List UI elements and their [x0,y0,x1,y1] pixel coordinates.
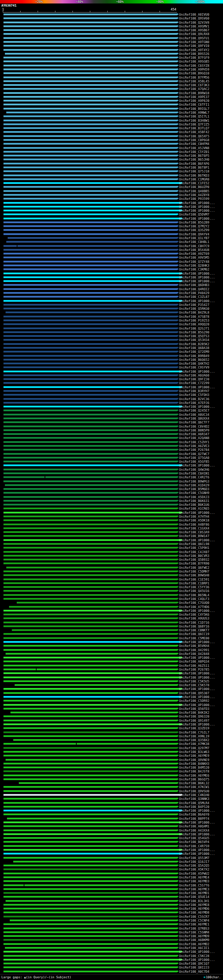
hit-row[interactable]: UniRef100_A9T4Y2 [0,48,223,52]
alignment-bar[interactable] [3,256,177,258]
hit-row[interactable]: UniRef100_C5FDH3 [0,393,223,397]
hit-label[interactable]: UniRef100_B0CVR3 [179,554,209,558]
hit-label[interactable]: UniRef100_A5BL45 [179,80,209,83]
hit-label[interactable]: UniRef100_A9SGB5 [179,60,209,63]
hit-row[interactable]: UniRef100_B65VP4 [0,840,223,844]
hit-row[interactable]: UniRef100_A6ZS11 [0,663,223,667]
alignment-bar[interactable] [3,402,177,404]
alignment-bar[interactable] [3,29,177,31]
hit-row[interactable]: UniRef100_B7FGF9 [0,56,223,59]
hit-row[interactable]: UniRef100_A5PWU2 [0,872,223,875]
alignment-bar[interactable] [3,688,181,690]
hit-row[interactable]: UniRef100_A1D429 [0,483,223,487]
hit-row[interactable]: UniRef100_Q0UXX4 [0,417,223,420]
hit-label[interactable]: UniRef100_A7QAC2 [179,87,209,91]
hit-label[interactable]: UniRef100_A5BF42 [179,130,209,134]
hit-row[interactable]: UniRef100_B3TLQ7 [0,126,223,130]
hit-label[interactable]: UniRef100_A5DXJ3 [179,495,209,499]
hit-row[interactable]: UniRef100_A9QQ20 [0,322,223,326]
hit-label[interactable]: UniRef100_UP1000... [179,676,215,679]
hit-row[interactable]: UniRef100_UP1000... [0,272,223,275]
alignment-bar[interactable] [3,398,177,400]
hit-row[interactable]: UniRef100_UP1000... [0,609,223,612]
hit-row[interactable]: UniRef100_A6YMD2 [0,942,223,946]
hit-label[interactable]: UniRef100_Q9FVI0 [179,44,209,48]
hit-row[interactable]: UniRef100_C5DR92 [0,699,223,703]
hit-label[interactable]: UniRef100_Q75GA0 [179,456,209,460]
hit-row[interactable]: UniRef100_UP1000... [0,950,223,954]
hit-label[interactable]: UniRef100_C5CNP4 [179,919,209,922]
hit-row[interactable]: UniRef100_C1BRP1 [0,581,223,585]
hit-label[interactable]: UniRef100_UP1000... [179,671,215,675]
alignment-bar[interactable] [3,527,177,529]
hit-row[interactable]: UniRef100_UP1000... [0,511,223,514]
alignment-bar[interactable] [3,175,177,176]
hit-row[interactable]: UniRef100_A9P8J0 [0,99,223,103]
alignment-bar[interactable] [3,966,177,968]
hit-row[interactable]: UniRef100_Q4REE2 [0,287,223,291]
hit-row[interactable]: UniRef100_UP1000... [0,687,223,691]
hit-row[interactable]: UniRef100_O42991 [0,648,223,652]
alignment-bar[interactable] [3,461,177,462]
hit-label[interactable]: UniRef100_B4Z9L8 [179,311,209,314]
hit-row[interactable]: UniRef100_Q9VNE9 [0,758,223,762]
hit-label[interactable]: UniRef100_A43XX4 [179,829,209,832]
hit-label[interactable]: UniRef100_B5VKH4 [179,644,209,648]
hit-label[interactable]: UniRef100_C5DR92 [179,699,209,703]
hit-label[interactable]: UniRef100_UP1000... [179,385,215,389]
alignment-bar[interactable] [3,633,177,635]
alignment-bar[interactable] [3,414,177,415]
hit-row[interactable]: UniRef100_Q5QTS3 [0,334,223,338]
hit-label[interactable]: UniRef100_Q4REE2 [179,288,209,291]
hit-row[interactable]: UniRef100_C3KM62 [0,267,223,271]
hit-row[interactable]: UniRef100_Q245E7 [0,409,223,412]
alignment-bar[interactable] [3,25,177,27]
hit-label[interactable]: UniRef100_B6UZP0 [179,185,209,189]
alignment-bar[interactable] [3,233,177,235]
hit-label[interactable]: UniRef100_UP1000... [179,276,215,279]
alignment-bar[interactable] [3,586,177,588]
alignment-bar[interactable] [3,437,177,439]
hit-row[interactable]: UniRef100_C5YY36 [0,585,223,589]
hit-row[interactable]: UniRef100_A6YMD1 [0,891,223,895]
hit-row[interactable]: UniRef100_Q96320 [0,714,223,718]
hit-row[interactable]: UniRef100_B3LW63 [0,750,223,754]
alignment-bar[interactable] [3,155,177,156]
alignment-bar[interactable] [3,225,177,227]
hit-row[interactable]: UniRef100_C0NKT7 [0,628,223,632]
alignment-bar[interactable] [3,500,177,502]
alignment-bar[interactable] [3,476,177,478]
hit-label[interactable]: UniRef100_UP1000... [179,464,215,467]
hit-row[interactable]: UniRef100_C4R7S9 [0,844,223,848]
hit-label[interactable]: UniRef100_A9T4Y2 [179,48,209,52]
hit-label[interactable]: UniRef100_C5S7T6 [179,884,209,887]
hit-row[interactable]: UniRef100_B4Z9L8 [0,310,223,314]
alignment-bar[interactable] [3,598,177,600]
alignment-bar[interactable] [3,955,177,957]
hit-row[interactable]: UniRef100_A6YME3 [0,887,223,891]
hit-label[interactable]: UniRef100_Q35BX2 [179,738,209,742]
hit-label[interactable]: UniRef100_A6YME1 [179,923,209,926]
hit-label[interactable]: UniRef100_A6YME8 [179,903,209,907]
hit-label[interactable]: UniRef100_C5K5U5 [179,679,209,683]
hit-label[interactable]: UniRef100_A7SB78 [179,315,209,318]
hit-label[interactable]: UniRef100_A6BKM9 [179,938,209,942]
hit-label[interactable]: UniRef100_A9TGN0 [179,40,209,44]
hit-row[interactable]: UniRef100_B9GQ10 [0,71,223,75]
alignment-bar[interactable] [3,680,177,682]
hit-row[interactable]: UniRef100_B5X4U8 [0,248,223,252]
hit-row[interactable]: UniRef100_C3ZL87 [0,295,223,299]
hit-label[interactable]: UniRef100_C7GIL7 [179,731,209,734]
hit-row[interactable]: UniRef100_A9V5M5 [0,256,223,259]
hit-label[interactable]: UniRef100_C6H1N1 [179,472,209,475]
hit-row[interactable]: UniRef100_Q7ZY48 [0,260,223,264]
hit-row[interactable]: UniRef100_Q72EM9 [0,350,223,353]
hit-row[interactable]: UniRef100_A6ZVE3 [0,444,223,448]
alignment-bar[interactable] [3,660,177,662]
hit-row[interactable]: UniRef100_B3L3H1 [0,899,223,903]
hit-label[interactable]: UniRef100_C5ME00 [179,636,209,640]
hit-label[interactable]: UniRef100_A6YMD9 [179,934,209,938]
hit-row[interactable]: UniRef100_C6T3K3 [0,83,223,87]
hit-label[interactable]: UniRef100_A7HTH4 [179,515,209,518]
hit-row[interactable]: UniRef100_A6YME4 [0,875,223,879]
